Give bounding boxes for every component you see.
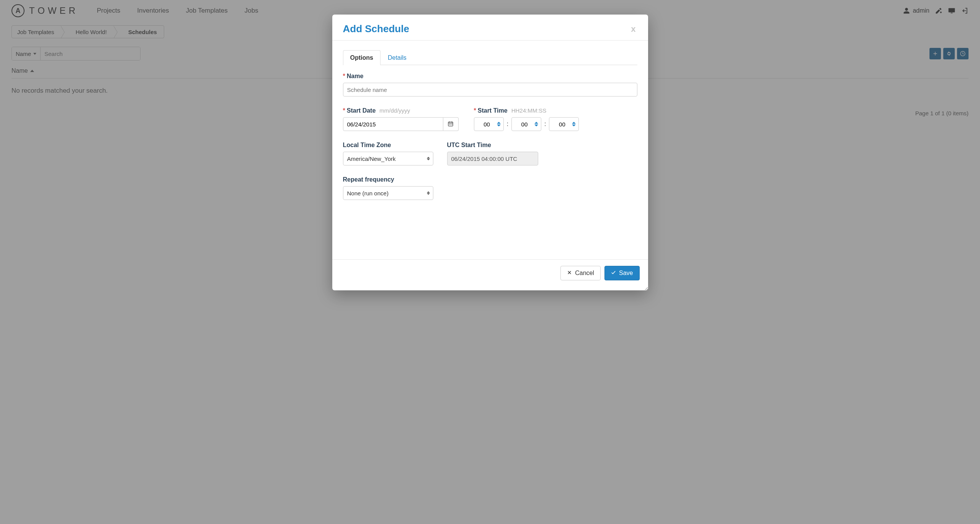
cancel-button[interactable]: Cancel <box>560 266 601 280</box>
repeat-frequency-value: None (run once) <box>347 190 389 196</box>
hour-spinner <box>474 117 504 131</box>
time-separator: : <box>507 121 508 128</box>
minute-down-button[interactable] <box>534 124 538 126</box>
label-start-date: *Start Date mm/dd/yyyy <box>343 107 459 114</box>
second-down-button[interactable] <box>572 124 576 126</box>
svg-rect-7 <box>452 124 452 124</box>
time-separator: : <box>544 121 546 128</box>
minute-up-button[interactable] <box>534 122 538 124</box>
svg-rect-6 <box>450 124 451 124</box>
minute-spinner <box>511 117 541 131</box>
label-start-time: *Start Time HH24:MM:SS <box>474 107 579 114</box>
tab-options[interactable]: Options <box>343 50 381 65</box>
label-local-tz: Local Time Zone <box>343 142 433 149</box>
tabs: Options Details <box>343 50 637 65</box>
svg-rect-5 <box>449 124 450 124</box>
timezone-select[interactable]: America/New_York <box>343 152 433 165</box>
modal-overlay: Add Schedule x Options Details *Name *St… <box>0 0 980 524</box>
hour-down-button[interactable] <box>497 124 501 126</box>
repeat-frequency-select[interactable]: None (run once) <box>343 186 433 200</box>
hour-up-button[interactable] <box>497 122 501 124</box>
start-date-input[interactable] <box>343 117 443 131</box>
close-button[interactable]: x <box>629 24 637 34</box>
datepicker-button[interactable] <box>443 117 459 131</box>
save-button-label: Save <box>619 270 633 277</box>
second-spinner <box>549 117 579 131</box>
hint-start-date: mm/dd/yyyy <box>379 107 410 114</box>
required-asterisk: * <box>343 107 345 114</box>
close-icon <box>567 270 572 277</box>
add-schedule-modal: Add Schedule x Options Details *Name *St… <box>332 15 648 290</box>
tab-details[interactable]: Details <box>381 50 414 65</box>
label-schedule-name: *Name <box>343 73 637 80</box>
modal-title: Add Schedule <box>343 23 409 35</box>
hint-start-time: HH24:MM:SS <box>511 107 547 114</box>
label-repeat-frequency: Repeat frequency <box>343 176 433 183</box>
required-asterisk: * <box>474 107 476 114</box>
save-button[interactable]: Save <box>604 266 639 280</box>
check-icon <box>611 270 616 277</box>
select-caret-icon <box>427 192 430 195</box>
second-up-button[interactable] <box>572 122 576 124</box>
divider <box>332 40 648 41</box>
select-caret-icon <box>427 157 430 160</box>
schedule-name-input[interactable] <box>343 83 637 97</box>
utc-start-time-display: 06/24/2015 04:00:00 UTC <box>447 152 538 165</box>
close-icon: x <box>631 24 635 34</box>
label-utc-start: UTC Start Time <box>447 142 538 149</box>
required-asterisk: * <box>343 73 345 79</box>
timezone-value: America/New_York <box>347 156 396 162</box>
calendar-icon <box>448 121 454 128</box>
cancel-button-label: Cancel <box>575 270 594 277</box>
